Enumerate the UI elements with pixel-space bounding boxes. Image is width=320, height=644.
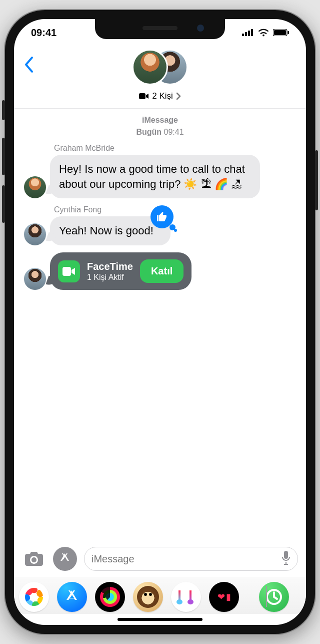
- avatar[interactable]: [24, 223, 46, 245]
- day-label: Bugün: [136, 128, 162, 136]
- avatar[interactable]: [24, 176, 46, 198]
- message-input[interactable]: [84, 547, 298, 571]
- svg-rect-6: [288, 31, 290, 34]
- facetime-subtitle: 1 Kişi Aktif: [87, 272, 133, 282]
- status-right: [242, 29, 289, 37]
- chevron-right-icon: [176, 92, 181, 100]
- cell-signal-icon: [242, 29, 254, 36]
- mute-switch: [2, 100, 5, 120]
- message-text-field[interactable]: [92, 553, 276, 565]
- input-bar: [14, 542, 306, 577]
- side-button: [315, 150, 318, 210]
- svg-rect-1: [245, 32, 247, 36]
- activity-icon: [100, 587, 120, 607]
- app-store-icon: [58, 552, 72, 565]
- wifi-icon: [258, 29, 269, 37]
- app-strip-clock[interactable]: [259, 582, 289, 612]
- dictation-button[interactable]: [282, 551, 290, 567]
- sender-label: Graham McBride: [54, 144, 296, 153]
- thread-service-label: iMessage: [24, 116, 296, 125]
- svg-rect-9: [284, 551, 288, 559]
- message-bubble[interactable]: Hey! Is now a good time to call to chat …: [50, 155, 260, 198]
- service-name: iMessage: [142, 116, 178, 124]
- facetime-icon: [58, 260, 80, 282]
- music-icon: [178, 589, 194, 604]
- notch: [95, 19, 225, 39]
- volume-down-button: [2, 185, 5, 223]
- app-strip-gif[interactable]: ❤▮: [209, 582, 239, 612]
- conversation[interactable]: iMessage Bugün 09:41 Graham McBride Hey!…: [14, 109, 306, 290]
- apps-button[interactable]: [53, 547, 77, 571]
- battery-icon: [273, 29, 289, 36]
- screen: 09:41 2 Kişi iMes: [14, 19, 306, 625]
- avatar[interactable]: [24, 268, 46, 290]
- facetime-card: FaceTime 1 Kişi Aktif Katıl: [50, 252, 192, 290]
- gif-icon: ❤▮: [218, 591, 231, 602]
- app-store-icon: [64, 588, 80, 605]
- group-name: 2 Kişi: [152, 91, 173, 101]
- facetime-text: FaceTime 1 Kişi Aktif: [87, 260, 133, 282]
- svg-rect-7: [139, 93, 146, 99]
- app-strip-photos[interactable]: [19, 582, 49, 612]
- clock-icon: [265, 588, 283, 606]
- sender-label: Cynthia Fong: [54, 205, 296, 214]
- svg-rect-0: [242, 34, 244, 36]
- camera-icon: [24, 551, 44, 567]
- device-frame: 09:41 2 Kişi iMes: [5, 10, 315, 634]
- thumbs-up-icon: [156, 211, 168, 223]
- svg-rect-5: [274, 30, 286, 35]
- app-strip[interactable]: ❤▮: [14, 577, 306, 614]
- message-row: Yeah! Now is good!: [24, 216, 296, 245]
- home-indicator[interactable]: [118, 618, 202, 621]
- video-icon: [139, 93, 149, 100]
- facetime-join-button[interactable]: Katıl: [140, 259, 184, 283]
- avatar: [132, 49, 168, 85]
- message-row: Hey! Is now a good time to call to chat …: [24, 155, 296, 198]
- message-text: Yeah! Now is good!: [59, 224, 154, 237]
- time-label: 09:41: [164, 128, 184, 136]
- photos-icon: [25, 588, 43, 606]
- svg-rect-8: [62, 267, 71, 276]
- microphone-icon: [282, 551, 290, 565]
- volume-up-button: [2, 138, 5, 175]
- svg-rect-2: [248, 31, 250, 36]
- timestamp: Bugün 09:41: [24, 128, 296, 137]
- message-bubble[interactable]: Yeah! Now is good!: [50, 216, 170, 245]
- app-strip-memoji[interactable]: [133, 582, 163, 612]
- app-strip-activity[interactable]: [95, 582, 125, 612]
- message-row: FaceTime 1 Kişi Aktif Katıl: [24, 252, 296, 290]
- group-avatars[interactable]: [132, 49, 188, 85]
- memoji-icon: [137, 586, 159, 608]
- back-button[interactable]: [21, 53, 37, 76]
- group-name-row[interactable]: 2 Kişi: [14, 91, 306, 101]
- facetime-title: FaceTime: [87, 260, 133, 272]
- camera-button[interactable]: [22, 547, 46, 571]
- app-strip-music[interactable]: [171, 582, 201, 612]
- svg-rect-3: [251, 29, 253, 36]
- status-time: 09:41: [31, 27, 56, 39]
- message-text: Hey! Is now a good time to call to chat …: [59, 163, 245, 190]
- tapback-thumbs-up[interactable]: [150, 205, 174, 228]
- chevron-left-icon: [24, 56, 34, 73]
- app-strip-appstore[interactable]: [57, 582, 87, 612]
